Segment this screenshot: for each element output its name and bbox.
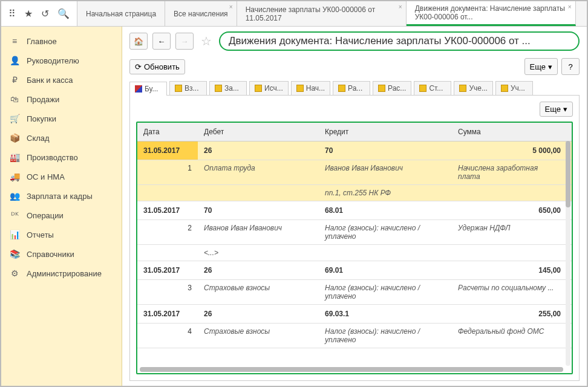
- tab-icon: [255, 85, 262, 92]
- close-icon[interactable]: ×: [399, 4, 402, 10]
- sidebar-label: Склад: [27, 134, 50, 143]
- top-icon-bar: ⠿ ★ ↺ 🔍: [1, 1, 77, 26]
- table-subrow[interactable]: 3Страховые взносыНалог (взносы): начисле…: [137, 280, 572, 305]
- sidebar-icon: 👤: [10, 56, 19, 65]
- sidebar-item[interactable]: ⚙Администрирование: [1, 264, 122, 283]
- scrollbar-vertical[interactable]: [566, 141, 570, 366]
- doc-tab[interactable]: Исч...: [249, 81, 289, 95]
- top-tab[interactable]: Движения документа: Начисление зарплаты …: [407, 1, 576, 26]
- doc-tab[interactable]: За...: [209, 81, 247, 95]
- sidebar-item[interactable]: 📚Справочники: [1, 244, 122, 264]
- sidebar-icon: ₽: [10, 75, 19, 85]
- sidebar-icon: 🚚: [10, 172, 19, 181]
- chevron-down-icon: ▾: [563, 105, 567, 114]
- table-subrow[interactable]: <...>: [137, 245, 572, 261]
- sidebar-icon: ⚙: [10, 268, 19, 278]
- table-subrow[interactable]: 4Страховые взносыНалог (взносы): начисле…: [137, 324, 572, 348]
- home-button[interactable]: 🏠: [129, 33, 148, 50]
- forward-button[interactable]: →: [175, 33, 194, 50]
- sidebar-label: Администрирование: [27, 269, 102, 278]
- search-icon[interactable]: 🔍: [57, 8, 70, 19]
- sidebar-item[interactable]: 👥Зарплата и кадры: [1, 186, 122, 206]
- close-icon[interactable]: ×: [229, 4, 233, 10]
- table-row[interactable]: 31.05.20172669.03.1255,00: [137, 305, 572, 324]
- back-button[interactable]: ←: [152, 33, 171, 50]
- doc-tab[interactable]: Ра...: [333, 81, 370, 95]
- sidebar-label: Отчеты: [27, 230, 54, 239]
- sidebar-icon: 📦: [10, 133, 19, 143]
- row-group[interactable]: 31.05.20172669.03.1255,004Страховые взно…: [137, 305, 572, 348]
- sidebar: ≡Главное👤Руководителю₽Банк и касса🛍Прода…: [1, 27, 122, 386]
- page-title: Движения документа: Начисление зарплаты …: [219, 31, 580, 51]
- col-sum[interactable]: Сумма: [452, 123, 572, 141]
- sidebar-label: Руководителю: [27, 56, 79, 65]
- star-icon[interactable]: ★: [24, 8, 33, 19]
- grid-container: Еще ▾ Дата Дебет Кредит Сумма 31.05.2017…: [129, 95, 580, 381]
- grid-more-button[interactable]: Еще ▾: [540, 102, 573, 117]
- favorite-icon[interactable]: ☆: [201, 34, 212, 48]
- help-button[interactable]: ?: [561, 58, 580, 75]
- doc-tab[interactable]: Уч...: [495, 81, 533, 95]
- tab-icon: [296, 85, 304, 92]
- refresh-button[interactable]: ⟳ Обновить: [129, 59, 185, 74]
- sidebar-icon: 📚: [10, 249, 19, 259]
- sidebar-label: Главное: [27, 37, 57, 46]
- sidebar-icon: 🛒: [10, 114, 19, 123]
- sidebar-item[interactable]: 👤Руководителю: [1, 51, 122, 70]
- sidebar-label: Справочники: [27, 250, 74, 259]
- toolbar-actions: ⟳ Обновить Еще ▾ ?: [129, 58, 580, 75]
- col-debit[interactable]: Дебет: [198, 123, 319, 141]
- table-subrow[interactable]: 2Иванов Иван ИвановичНалог (взносы): нач…: [137, 220, 572, 245]
- tab-icon: [459, 85, 466, 92]
- content: 🏠 ← → ☆ Движения документа: Начисление з…: [122, 27, 587, 386]
- tab-icon: [501, 85, 508, 92]
- doc-tab[interactable]: Нач...: [291, 81, 330, 95]
- sidebar-label: Покупки: [27, 114, 56, 123]
- tab-icon: [419, 85, 426, 92]
- table-row[interactable]: 31.05.20172669.01145,00: [137, 261, 572, 280]
- tab-icon: [378, 85, 385, 92]
- tab-icon: [338, 85, 345, 92]
- sidebar-item[interactable]: 📦Склад: [1, 128, 122, 148]
- col-date[interactable]: Дата: [137, 123, 198, 141]
- chevron-down-icon: ▾: [548, 62, 552, 71]
- sidebar-item[interactable]: 🛍Продажи: [1, 89, 122, 109]
- history-icon[interactable]: ↺: [41, 8, 49, 19]
- sidebar-label: ОС и НМА: [27, 172, 65, 181]
- doc-tab[interactable]: Вз...: [169, 81, 207, 95]
- sidebar-item[interactable]: 🚚ОС и НМА: [1, 167, 122, 186]
- doc-tab[interactable]: Ст...: [414, 81, 451, 95]
- sidebar-icon: ≡: [10, 36, 19, 46]
- col-credit[interactable]: Кредит: [319, 123, 452, 141]
- doc-tab[interactable]: Бу...: [129, 82, 167, 96]
- sidebar-item[interactable]: 🏭Производство: [1, 148, 122, 167]
- tab-icon: [175, 85, 182, 92]
- table-row[interactable]: 31.05.201726705 000,00: [137, 141, 572, 160]
- tab-icon: [135, 85, 142, 93]
- row-group[interactable]: 31.05.20172669.01145,003Страховые взносы…: [137, 261, 572, 305]
- sidebar-item[interactable]: ≡Главное: [1, 31, 122, 51]
- close-icon[interactable]: ×: [568, 4, 572, 10]
- sidebar-label: Зарплата и кадры: [27, 192, 93, 201]
- sidebar-icon: 🛍: [10, 94, 19, 104]
- table-subrow[interactable]: 1Оплата трудаИванов Иван ИвановичНачисле…: [137, 160, 572, 185]
- row-group[interactable]: 31.05.20177068.01650,002Иванов Иван Иван…: [137, 201, 572, 261]
- doc-tab[interactable]: Рас...: [373, 81, 411, 95]
- doc-tab[interactable]: Уче...: [454, 81, 493, 95]
- sidebar-item[interactable]: 🛒Покупки: [1, 109, 122, 128]
- sidebar-item[interactable]: ₽Банк и касса: [1, 70, 122, 89]
- top-tab[interactable]: Все начисления×: [165, 1, 237, 26]
- more-button[interactable]: Еще ▾: [524, 58, 558, 75]
- scrollbar-horizontal[interactable]: [140, 367, 563, 372]
- row-group[interactable]: 31.05.201726705 000,001Оплата трудаИвано…: [137, 141, 572, 201]
- table-header: Дата Дебет Кредит Сумма: [137, 123, 572, 141]
- sidebar-item[interactable]: 📊Отчеты: [1, 225, 122, 244]
- top-tab[interactable]: Начальная страница: [77, 1, 165, 26]
- table: Дата Дебет Кредит Сумма 31.05.201726705 …: [136, 122, 573, 374]
- table-row[interactable]: 31.05.20177068.01650,00: [137, 201, 572, 220]
- sidebar-item[interactable]: ᴰᴷОперации: [1, 206, 122, 225]
- top-tab[interactable]: Начисление зарплаты УК00-000006 от 11.05…: [237, 1, 407, 26]
- table-subrow[interactable]: пп.1, ст.255 НК РФ: [137, 185, 572, 201]
- sidebar-icon: 📊: [10, 230, 19, 239]
- apps-icon[interactable]: ⠿: [8, 8, 16, 19]
